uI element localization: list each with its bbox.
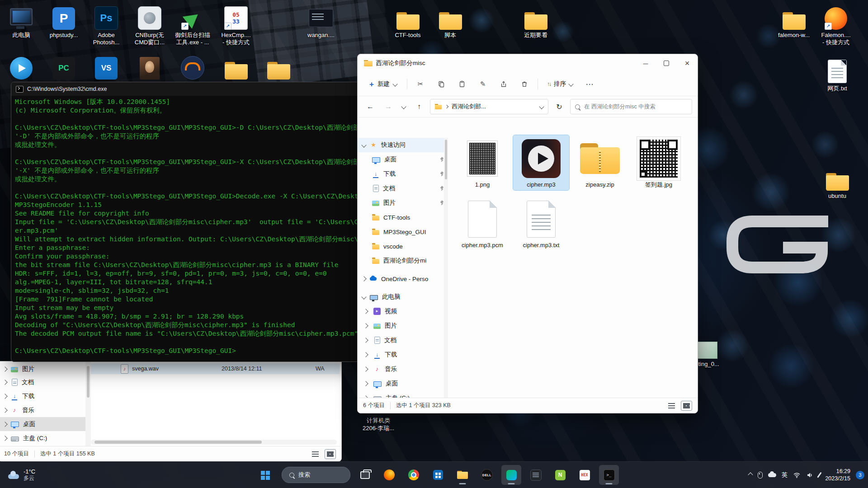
- sidebar-item-c-drive[interactable]: 主盘 (C:): [0, 431, 85, 445]
- sidebar-item-pictures[interactable]: 图片: [0, 363, 85, 375]
- sidebar-item-documents[interactable]: 文档: [358, 181, 448, 196]
- desktop-icon-hexcmp[interactable]: 05 33 ↗ HexCmp.... - 快捷方式: [215, 5, 257, 46]
- desktop-icon-folder-b[interactable]: [258, 54, 299, 80]
- scrollbar-thumb[interactable]: [94, 441, 262, 444]
- thumbnail-view-button[interactable]: [325, 449, 336, 459]
- sidebar-item-this-pc[interactable]: 此电脑: [358, 290, 448, 304]
- file-item-qr-jpg[interactable]: 签到题.jpg: [631, 135, 687, 190]
- close-button[interactable]: ×: [677, 54, 698, 72]
- refresh-button[interactable]: ↻: [552, 99, 566, 114]
- mouse-utility-icon[interactable]: [758, 472, 763, 479]
- editor-button[interactable]: [526, 465, 546, 485]
- address-box[interactable]: 西湖论剑部...: [430, 99, 548, 114]
- scrollbar-thumb[interactable]: [87, 366, 90, 398]
- sidebar-item-desktop-current[interactable]: 桌面: [0, 417, 85, 431]
- dell-button[interactable]: DELL: [477, 465, 497, 485]
- file-row-svega-wav[interactable]: ♪ svega.wav 2013/8/14 12:11 WA: [91, 363, 340, 374]
- sidebar-item-pictures[interactable]: 图片: [358, 196, 448, 210]
- sidebar-item-music[interactable]: ♪ 音乐: [0, 403, 85, 417]
- sidebar-scrollbar[interactable]: [444, 138, 448, 398]
- taskbar-search[interactable]: 搜索: [282, 467, 350, 483]
- wechat-devtools-button[interactable]: [501, 465, 521, 485]
- desktop-icon-phpstudy[interactable]: P phpstudy...: [43, 5, 85, 39]
- sidebar-item-pictures-pc[interactable]: 图片: [358, 319, 448, 333]
- file-item-cipher-pcm[interactable]: cipher.mp3.pcm: [454, 196, 510, 251]
- sidebar-item-vscode[interactable]: vscode: [358, 239, 448, 253]
- notepad-plus-button[interactable]: N: [550, 465, 570, 485]
- desktop-icon-cnburp[interactable]: CNBurp(无 CMD窗口...: [129, 5, 170, 46]
- rename-button[interactable]: ✎: [475, 76, 491, 92]
- search-box[interactable]: 在 西湖论剑部分misc 中搜索: [570, 99, 692, 114]
- chrome-button[interactable]: [404, 465, 424, 485]
- desktop-icon-pycharm[interactable]: PC: [43, 54, 85, 80]
- file-explorer-button[interactable]: [453, 465, 472, 485]
- back-explorer-sidebar-scrollbar[interactable]: [85, 361, 91, 446]
- clock[interactable]: 16:29 2023/2/15: [825, 468, 850, 482]
- up-button[interactable]: ↑: [412, 99, 426, 114]
- store-button[interactable]: [428, 465, 448, 485]
- desktop-icon-vscode[interactable]: VS: [85, 54, 127, 80]
- task-view-button[interactable]: [355, 465, 375, 485]
- desktop-icon-this-pc[interactable]: 此电脑: [0, 5, 42, 39]
- delete-button[interactable]: [517, 76, 532, 92]
- sidebar-item-xihu-misc[interactable]: 西湖论剑部分mi: [358, 253, 448, 268]
- desktop-icon-falemon-w[interactable]: falemon-w...: [773, 5, 815, 39]
- notification-badge[interactable]: 3: [856, 471, 864, 479]
- desktop-icon-wangan[interactable]: wangan....: [300, 5, 342, 39]
- sidebar-item-videos[interactable]: ▸ 视频: [358, 304, 448, 319]
- sidebar-item-mp3stego[interactable]: MP3Stego_GUI: [358, 225, 448, 239]
- explorer-title-bar[interactable]: 西湖论剑部分misc ─ ×: [358, 54, 698, 72]
- desktop-icon-webpage-txt[interactable]: 网页.txt: [816, 58, 858, 92]
- desktop-icon-scripts[interactable]: 脚本: [429, 5, 471, 39]
- desktop-icon-photoshop[interactable]: Ps Adobe Photosh...: [85, 5, 127, 46]
- list-view-button[interactable]: [310, 449, 321, 459]
- sidebar-item-desktop[interactable]: 桌面: [358, 152, 448, 167]
- weather-widget[interactable]: -1°C 多云: [5, 462, 39, 488]
- share-button[interactable]: [496, 76, 511, 92]
- sidebar-item-downloads[interactable]: ↓ 下载: [358, 167, 448, 181]
- maximize-button[interactable]: [656, 54, 677, 72]
- file-item-zipeasy-zip[interactable]: zipeasy.zip: [572, 135, 628, 190]
- network-button[interactable]: [793, 472, 801, 479]
- file-item-cipher-mp3[interactable]: cipher.mp3: [513, 135, 569, 190]
- back-button[interactable]: ←: [363, 99, 377, 114]
- sidebar-item-ctf-tools[interactable]: CTF-tools: [358, 210, 448, 225]
- sidebar-item-desktop-pc[interactable]: 桌面: [358, 376, 448, 391]
- explorer-window-background[interactable]: 图片 文档 ↓ 下载 ♪ 音乐 桌面: [0, 361, 342, 462]
- terminal-button[interactable]: >_: [599, 465, 619, 485]
- desktop-icon-ctf-tools[interactable]: CTF-tools: [387, 5, 429, 39]
- sidebar-item-documents-pc[interactable]: 文档: [358, 333, 448, 347]
- hidden-icons-button[interactable]: [749, 473, 752, 477]
- desktop-icon-audacity[interactable]: [172, 54, 213, 80]
- sidebar-item-quick-access[interactable]: ★ 快速访问: [358, 138, 448, 152]
- desktop-icon-recent-watch[interactable]: 近期要看: [515, 5, 557, 39]
- input-method-indicator[interactable]: 英: [782, 471, 788, 479]
- file-item-cipher-txt[interactable]: cipher.mp3.txt: [513, 196, 569, 251]
- forward-button[interactable]: →: [381, 99, 396, 114]
- sidebar-item-documents[interactable]: 文档: [0, 375, 85, 389]
- sidebar-item-c-drive[interactable]: 主盘 (C:): [358, 391, 448, 398]
- paste-button[interactable]: [454, 76, 470, 92]
- scrollbar-thumb[interactable]: [445, 140, 447, 179]
- pen-icon[interactable]: [819, 472, 820, 478]
- sort-button[interactable]: ↑↓ 排序: [543, 77, 576, 91]
- file-item-1png[interactable]: 1.png: [454, 135, 510, 190]
- hexcmp-button[interactable]: HEX: [575, 465, 594, 485]
- firefox-button[interactable]: [379, 465, 399, 485]
- breadcrumb[interactable]: 西湖论剑部...: [452, 103, 536, 111]
- desktop-icon-portrait[interactable]: [129, 54, 170, 80]
- desktop-icon-yujian-scanner[interactable]: ↗ 御剑后台扫描 工具.exe - ...: [172, 5, 213, 46]
- desktop-icon-falemon-shortcut[interactable]: ↗ Falemon.... - 快捷方式: [815, 5, 857, 46]
- more-options-button[interactable]: ⋯: [582, 76, 597, 92]
- sidebar-item-music-pc[interactable]: ♪ 音乐: [358, 362, 448, 376]
- desktop-icon-computer-class[interactable]: 计算机类 2206-李瑞...: [349, 417, 408, 432]
- cloud-sync-icon[interactable]: [768, 473, 776, 477]
- cut-button[interactable]: ✂: [413, 76, 428, 92]
- desktop-icon-ubuntu[interactable]: ubuntu: [816, 165, 858, 200]
- desktop-icon-folder-a[interactable]: [215, 54, 257, 80]
- new-button[interactable]: + 新建: [365, 77, 401, 91]
- explorer-window[interactable]: 西湖论剑部分misc ─ × + 新建 ✂ ✎: [357, 54, 698, 413]
- desktop-icon-messenger[interactable]: [0, 54, 42, 80]
- recent-locations-button[interactable]: [399, 99, 408, 114]
- thumbnail-view-button[interactable]: [681, 401, 692, 411]
